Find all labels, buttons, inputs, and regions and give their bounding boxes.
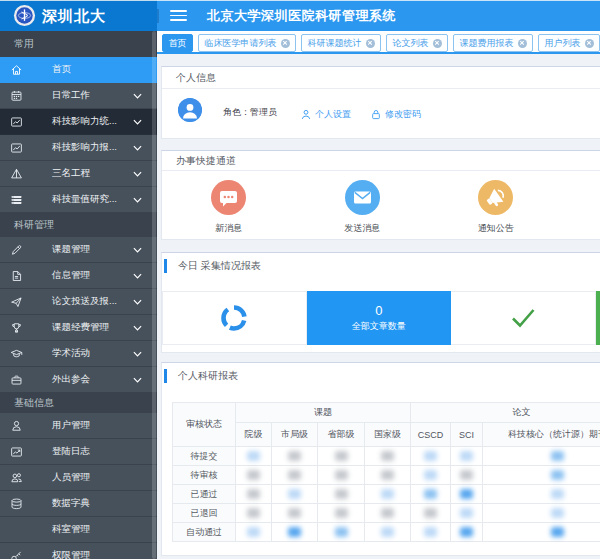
chevron-down-icon — [133, 299, 142, 305]
tab-label: 论文列表 — [393, 37, 429, 50]
sidebar-item-project-mgmt[interactable]: 课题管理 — [0, 237, 157, 263]
personal-info-body: 角色：管理员 个人设置 修改密码 — [162, 89, 600, 139]
table-row: 已退回 — [173, 504, 600, 523]
sidebar-item-info-mgmt[interactable]: 信息管理 — [0, 263, 157, 289]
close-icon[interactable] — [585, 39, 594, 48]
redacted-value — [288, 470, 301, 480]
link-label: 个人设置 — [315, 108, 351, 121]
redacted-value — [460, 489, 473, 499]
chevron-down-icon — [133, 247, 142, 253]
panel-title: 今日 采集情况报表 — [178, 259, 261, 273]
sidebar-item-label: 信息管理 — [52, 269, 90, 282]
brand-name: 深圳北大 — [42, 0, 106, 31]
table-row: 待提交 — [173, 447, 600, 466]
top-hairline — [0, 0, 600, 1]
report-table-wrap: 审核状态 课题 论文 院级 市局级 省部级 国家级 CSCD SCI 科技核心（… — [162, 389, 600, 542]
close-icon[interactable] — [518, 39, 527, 48]
sidebar-item-outbound-meetings[interactable]: 外出参会 — [0, 367, 157, 393]
redacted-value — [247, 470, 260, 480]
redacted-value — [288, 508, 301, 518]
quick-item-new-message[interactable]: 新消息 — [162, 171, 296, 235]
sidebar-item-home[interactable]: 首页 — [0, 57, 157, 83]
sidebar-item-tech-value-research[interactable]: 科技量值研究... — [0, 187, 157, 213]
key-icon — [10, 549, 23, 559]
role-text: 角色：管理员 — [223, 89, 277, 139]
sidebar-item-login-log[interactable]: 登陆日志 — [0, 439, 157, 465]
sidebar-item-daily-work[interactable]: 日常工作 — [0, 83, 157, 109]
change-password-link[interactable]: 修改密码 — [371, 89, 421, 139]
tab-paper-list[interactable]: 论文列表 — [386, 34, 448, 52]
envelope-icon — [345, 180, 380, 215]
tab-home[interactable]: 首页 — [162, 34, 193, 52]
quick-item-label: 新消息 — [215, 222, 242, 235]
collection-stats-row: 0 全部文章数量 — [162, 291, 600, 345]
sidebar-section-label: 常用 — [14, 37, 34, 51]
personal-settings-link[interactable]: 个人设置 — [301, 89, 351, 139]
sidebar-section-research-mgmt: 科研管理 — [0, 213, 157, 237]
sidebar-item-data-dictionary[interactable]: 数据字典 — [0, 491, 157, 517]
chevron-down-icon — [133, 171, 142, 177]
panel-header: 个人信息 — [162, 67, 600, 89]
brand-area[interactable]: 深圳北大 — [0, 0, 157, 31]
page-title: 北京大学深圳医院科研管理系统 — [207, 0, 396, 31]
sidebar-item-label: 三名工程 — [52, 167, 90, 180]
stat-cell-check — [451, 291, 596, 345]
app-window: 深圳北大 北京大学深圳医院科研管理系统 常用 首页 日常工作 — [0, 0, 600, 559]
column-header: 科技核心（统计源）期刊 — [483, 423, 600, 447]
chat-bubble-icon — [211, 180, 246, 215]
tab-research-project-stats[interactable]: 科研课题统计 — [301, 34, 381, 52]
redacted-value — [551, 451, 564, 461]
close-icon[interactable] — [281, 39, 290, 48]
chevron-down-icon — [133, 119, 142, 125]
briefcase-icon — [10, 373, 23, 386]
redacted-value — [551, 489, 564, 499]
sidebar-item-user-mgmt[interactable]: 用户管理 — [0, 413, 157, 439]
sidebar-item-label: 数据字典 — [52, 497, 90, 510]
check-mark-icon — [508, 305, 538, 331]
chevron-down-icon — [133, 145, 142, 151]
tab-project-expense-report[interactable]: 课题费用报表 — [453, 34, 533, 52]
sidebar-item-tech-influence-report[interactable]: 科技影响力报... — [0, 135, 157, 161]
sidebar-item-academic-activities[interactable]: 学术活动 — [0, 341, 157, 367]
sidebar-item-three-famous-project[interactable]: 三名工程 — [0, 161, 157, 187]
home-icon — [10, 63, 23, 76]
redacted-value — [335, 470, 348, 480]
research-report-table: 审核状态 课题 论文 院级 市局级 省部级 国家级 CSCD SCI 科技核心（… — [172, 402, 600, 542]
chevron-down-icon — [133, 273, 142, 279]
sidebar-section-label: 科研管理 — [14, 218, 54, 232]
chevron-down-icon — [133, 93, 142, 99]
close-icon[interactable] — [433, 39, 442, 48]
sidebar-item-personnel-mgmt[interactable]: 人员管理 — [0, 465, 157, 491]
sidebar-scrollbar[interactable] — [152, 31, 156, 559]
tab-user-list[interactable]: 用户列表 — [538, 34, 600, 52]
hamburger-icon[interactable] — [170, 10, 188, 22]
quick-channel-body: 新消息 发送消息 — [162, 171, 600, 235]
lock-icon — [371, 109, 381, 120]
quick-item-send-message[interactable]: 发送消息 — [296, 171, 430, 235]
accent-bar — [164, 259, 167, 273]
sidebar-item-label: 人员管理 — [52, 471, 90, 484]
panel-title: 个人科研报表 — [178, 369, 238, 383]
redacted-value — [381, 527, 394, 537]
chart-image-icon — [10, 115, 23, 128]
column-group-project: 课题 — [236, 403, 411, 423]
redacted-value — [551, 527, 564, 537]
sidebar-item-project-funding[interactable]: 课题经费管理 — [0, 315, 157, 341]
sidebar-item-permission-mgmt[interactable]: 权限管理 — [0, 543, 157, 559]
column-header-status: 审核状态 — [173, 403, 236, 447]
column-header: 院级 — [236, 423, 272, 447]
sidebar-item-label: 科技量值研究... — [52, 193, 117, 206]
redacted-value — [424, 451, 437, 461]
document-icon — [10, 269, 23, 282]
sidebar-item-label: 课题经费管理 — [52, 321, 109, 334]
column-header: 省部级 — [318, 423, 365, 447]
sidebar-item-paper-submission[interactable]: 论文投送及报... — [0, 289, 157, 315]
sidebar-nav: 常用 首页 日常工作 科技影 — [0, 31, 157, 559]
row-label: 已通过 — [173, 485, 236, 504]
redacted-value — [335, 451, 348, 461]
close-icon[interactable] — [366, 39, 375, 48]
sidebar-item-department-mgmt[interactable]: 科室管理 — [0, 517, 157, 543]
quick-item-notices[interactable]: 通知公告 — [429, 171, 563, 235]
tab-clinical-application-list[interactable]: 临床医学申请列表 — [198, 34, 296, 52]
sidebar-item-tech-influence-stats[interactable]: 科技影响力统... — [0, 109, 157, 135]
